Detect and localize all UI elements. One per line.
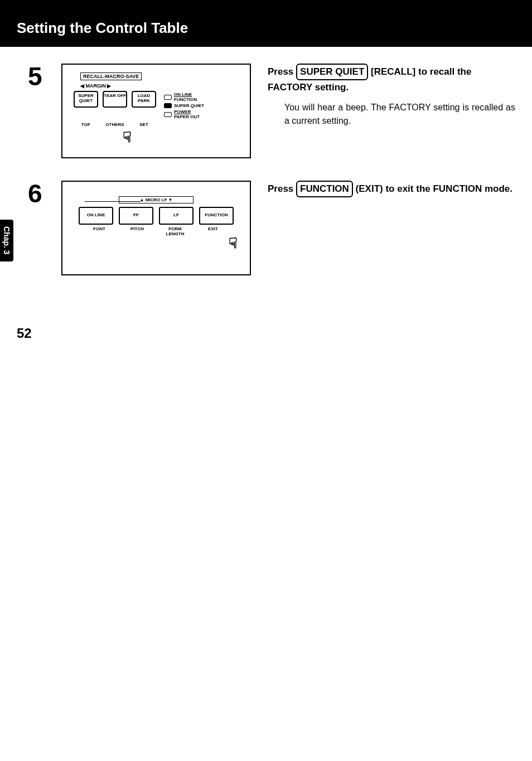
tear-off-button: TEAR OFF — [103, 91, 127, 108]
load-park-button: LOAD PARK — [132, 91, 156, 108]
control-panel-diagram-5: RECALL-MACRO-SAVE ◀ MARGIN ▶ SUPER QUIET… — [61, 64, 251, 158]
form-length-label: FORM LENGTH — [159, 226, 191, 236]
ff-button: FF — [119, 207, 153, 225]
page-number: 52 — [0, 320, 532, 352]
micro-lf-label: ▲ MICRO LF ▼ — [119, 196, 194, 203]
exit-label: EXIT — [197, 226, 229, 236]
page-title: Setting the Control Table — [0, 11, 532, 47]
lf-button: LF — [159, 207, 194, 225]
led-indicators: ON LINEFUNCTION SUPER QUIET POWERPAPER O… — [164, 91, 204, 120]
super-quiet-button: SUPER QUIET — [74, 91, 98, 108]
online-led-icon — [164, 95, 172, 100]
pointing-hand-icon: ☟ — [229, 235, 238, 252]
function-keycap: FUNCTION — [296, 181, 353, 197]
margin-label: ◀ MARGIN ▶ — [80, 83, 244, 89]
on-line-button: ON LINE — [79, 207, 113, 225]
function-button: FUNCTION — [199, 207, 234, 225]
step-6: 6 ▲ MICRO LF ▼ ON LINE FF LF FUNCTION FO… — [28, 181, 515, 275]
set-label: SET — [132, 122, 156, 127]
control-panel-diagram-6: ▲ MICRO LF ▼ ON LINE FF LF FUNCTION FONT… — [61, 181, 251, 275]
super-quiet-keycap: SUPER QUIET — [296, 64, 368, 80]
step-number: 6 — [28, 181, 61, 206]
step-6-instruction: Press FUNCTION (EXIT) to exit the FUNCTI… — [268, 181, 515, 197]
step-5-instruction: Press SUPER QUIET [RECALL] to recall the… — [268, 64, 515, 94]
step-number: 5 — [28, 64, 61, 89]
pointing-hand-icon: ☟ — [123, 129, 132, 146]
power-led-icon — [164, 112, 172, 117]
recall-macro-save-label: RECALL-MACRO-SAVE — [80, 72, 142, 80]
chapter-tab: Chap. 3 — [0, 220, 13, 261]
tof-label: TOF — [74, 122, 98, 127]
others-label: OTHERS — [103, 122, 127, 127]
top-black-bar — [0, 0, 532, 11]
font-label: FONT — [83, 226, 115, 236]
step-5: 5 RECALL-MACRO-SAVE ◀ MARGIN ▶ SUPER QUI… — [28, 64, 515, 158]
pitch-label: PITCH — [121, 226, 153, 236]
connector-line — [85, 201, 141, 202]
super-quiet-led-icon — [164, 103, 172, 108]
step-5-body: You will hear a beep. The FACTORY settin… — [284, 101, 515, 128]
